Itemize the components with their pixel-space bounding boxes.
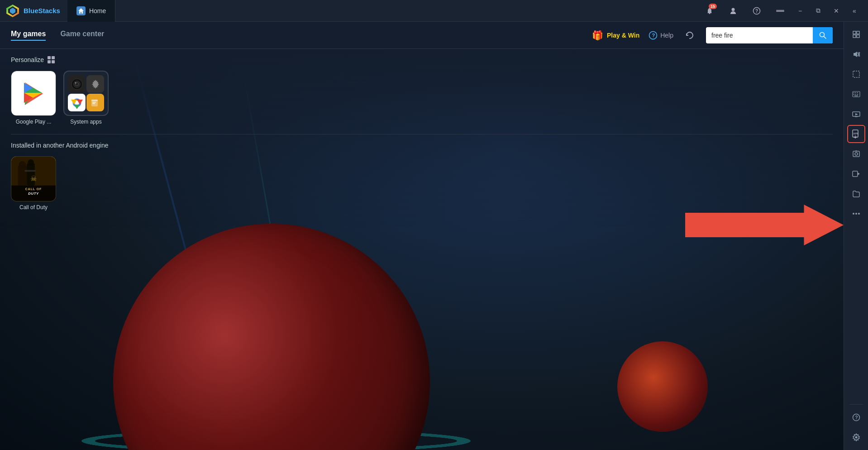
app-logo: BlueStacks [5, 4, 60, 18]
play-win-label: Play & Win [607, 32, 639, 39]
system-apps-icon [63, 71, 109, 116]
home-tab[interactable]: Home [67, 0, 115, 22]
svg-point-69 [855, 153, 858, 155]
home-tab-icon [76, 6, 86, 15]
camera-icon [68, 75, 86, 93]
svg-point-37 [28, 159, 34, 166]
svg-rect-46 [857, 35, 859, 38]
nav-actions: 🎁 Play & Win ? Help [592, 27, 833, 43]
video-button[interactable] [847, 165, 865, 183]
volume-button[interactable] [847, 45, 865, 63]
maximize-button[interactable]: ⧉ [810, 3, 826, 19]
svg-point-74 [855, 213, 857, 215]
svg-rect-68 [853, 151, 859, 157]
titlebar-actions: 15 ? [701, 3, 788, 19]
apk-icon: APK [852, 129, 861, 139]
svg-rect-53 [853, 71, 859, 77]
help-circle-icon: ? [649, 31, 658, 40]
screenshot-button[interactable] [847, 145, 865, 163]
expand-button[interactable] [847, 25, 865, 43]
svg-rect-31 [92, 102, 96, 103]
app-name: BlueStacks [24, 7, 60, 14]
svg-point-5 [732, 8, 735, 11]
tab-game-center[interactable]: Game center [60, 30, 104, 41]
play-win-button[interactable]: 🎁 Play & Win [592, 30, 639, 41]
svg-rect-8 [776, 10, 784, 11]
refresh-button[interactable] [682, 28, 697, 43]
svg-rect-4 [709, 13, 711, 14]
files-icon [86, 94, 104, 111]
planet-small [617, 341, 708, 432]
files-button[interactable] [847, 185, 865, 203]
svg-rect-58 [854, 94, 854, 95]
chrome-icon [68, 94, 86, 111]
svg-marker-72 [858, 172, 860, 175]
svg-rect-60 [857, 94, 858, 95]
installed-section-title: Installed in another Android engine [11, 142, 833, 149]
svg-marker-47 [854, 52, 857, 57]
window-controls: − ⧉ ✕ « [792, 3, 863, 19]
apps-grid: Google Play ... [11, 71, 833, 125]
svg-rect-38 [24, 170, 36, 172]
svg-text:?: ? [652, 33, 655, 38]
app-item-google-play[interactable]: Google Play ... [11, 71, 56, 125]
search-input[interactable] [706, 28, 813, 43]
svg-text:?: ? [855, 415, 858, 420]
help-button[interactable]: ? Help [649, 31, 673, 40]
svg-point-75 [858, 213, 860, 215]
more-button[interactable] [847, 205, 865, 223]
tab-my-games[interactable]: My games [11, 30, 46, 41]
app-item-system-apps[interactable]: System apps [63, 71, 109, 125]
help-label: Help [660, 32, 673, 39]
svg-rect-59 [855, 94, 856, 95]
section-divider [11, 134, 833, 134]
games-panel: Personalize [0, 49, 844, 227]
nav-bar: My games Game center 🎁 Play & Win ? Help [0, 22, 844, 49]
search-box [706, 27, 833, 43]
google-play-label: Google Play ... [11, 119, 56, 125]
svg-rect-70 [855, 151, 857, 152]
selection-button[interactable] [847, 65, 865, 83]
svg-point-25 [75, 82, 76, 83]
svg-rect-43 [853, 31, 856, 34]
svg-rect-44 [857, 31, 859, 34]
svg-text:DUTY: DUTY [28, 191, 39, 196]
search-button[interactable] [813, 27, 833, 43]
content-area: My games Game center 🎁 Play & Win ? Help [0, 22, 844, 450]
svg-rect-64 [855, 116, 858, 117]
install-apk-button[interactable]: APK [847, 125, 865, 143]
menu-button[interactable] [772, 3, 788, 19]
svg-rect-32 [92, 103, 95, 104]
collapse-button[interactable]: « [846, 3, 863, 19]
grid-icon[interactable] [48, 56, 55, 63]
keyboard-button[interactable] [847, 85, 865, 103]
installed-apps-grid: CALL OF DUTY ☠ Call of Duty [11, 156, 833, 211]
title-bar: BlueStacks Home 15 [0, 0, 868, 22]
svg-text:APK: APK [853, 132, 858, 135]
gift-icon: 🎁 [592, 30, 603, 41]
svg-rect-45 [853, 35, 856, 38]
bluestacks-logo-icon [5, 4, 20, 18]
svg-rect-9 [776, 11, 784, 12]
notification-badge: 15 [709, 4, 717, 9]
google-play-icon [11, 71, 56, 116]
app-item-call-of-duty[interactable]: CALL OF DUTY ☠ Call of Duty [11, 156, 56, 211]
call-of-duty-label: Call of Duty [11, 204, 56, 211]
personalize-row: Personalize [11, 56, 833, 63]
minimize-button[interactable]: − [792, 3, 808, 19]
svg-rect-55 [854, 92, 854, 93]
settings-button[interactable] [847, 428, 865, 446]
cast-button[interactable] [847, 105, 865, 123]
gear-icon [86, 75, 104, 93]
svg-text:?: ? [755, 9, 758, 14]
notifications-button[interactable]: 15 [701, 3, 718, 19]
account-button[interactable] [725, 3, 741, 19]
home-tab-label: Home [89, 7, 106, 14]
close-button[interactable]: ✕ [828, 3, 844, 19]
help-sidebar-button[interactable]: ? [847, 408, 865, 426]
planet-large [113, 224, 430, 450]
help-title-button[interactable]: ? [749, 3, 765, 19]
svg-rect-57 [857, 92, 858, 93]
main-layout: My games Game center 🎁 Play & Win ? Help [0, 22, 868, 450]
svg-rect-71 [853, 171, 858, 177]
